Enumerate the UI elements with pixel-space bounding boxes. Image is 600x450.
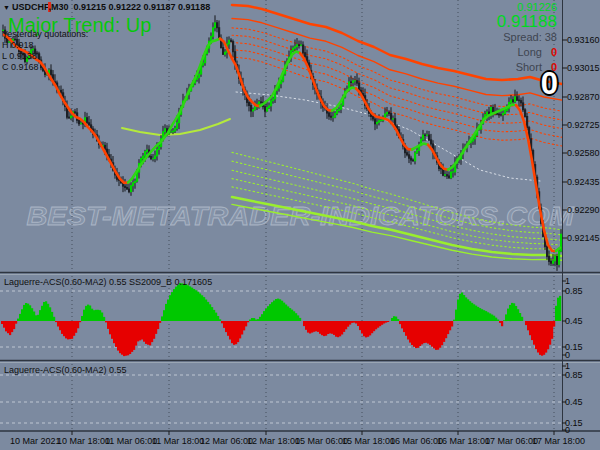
- indicator1-scale-label: 0: [565, 350, 570, 360]
- time-label: 11 Mar 06:00: [105, 436, 157, 446]
- indicator1-scale-label: 0.85: [565, 286, 583, 296]
- price-label: 0.92145: [567, 233, 600, 243]
- long-label: Long: [517, 46, 541, 58]
- trade-counter-zero: 0: [541, 66, 558, 102]
- price-label: 0.92725: [567, 120, 600, 130]
- indicator2-scale-label: 0.45: [565, 397, 583, 407]
- price-label: 0.92435: [567, 177, 600, 187]
- price-label: 0.92290: [567, 205, 600, 215]
- yesterday-quotations: Yesterday quotations: H 0.918 L 0.9138 C…: [2, 29, 88, 73]
- time-label: 10 Mar 18:00: [57, 436, 110, 446]
- time-label: 16 Mar 18:00: [437, 436, 490, 446]
- time-label: 16 Mar 06:00: [390, 436, 443, 446]
- main-chart-canvas[interactable]: [0, 0, 600, 450]
- time-label: 17 Mar 18:00: [532, 436, 585, 446]
- yesterday-close: C 0.9168: [2, 62, 88, 73]
- price-label: 0.92870: [567, 92, 600, 102]
- symbol-bar: ▼USDCHF,M30 0.91215 0.91222 0.91187 0.91…: [3, 2, 210, 12]
- price-label: 0.93160: [567, 35, 600, 45]
- symbol-name: USDCHF: [12, 2, 49, 12]
- price-axis[interactable]: 0.931600.930150.928700.927250.925800.924…: [562, 0, 600, 432]
- quote-price-large: 0.91188: [497, 12, 557, 32]
- spread-label: Spread: 38: [503, 31, 557, 43]
- timeframe-label: M30: [51, 2, 69, 12]
- time-label: 12 Mar 06:00: [200, 436, 253, 446]
- time-label: 15 Mar 18:00: [342, 436, 395, 446]
- price-label: 0.92580: [567, 148, 600, 158]
- indicator1-label: Laguerre-ACS(0.60-MA2) 0.55 SS2009_B 0.1…: [4, 277, 212, 287]
- mt4-chart-window: { "header": { "dropdown_icon": "▼", "sym…: [0, 0, 600, 450]
- price-label: 0.93015: [567, 63, 600, 73]
- chart-dropdown-icon[interactable]: ▼: [3, 4, 10, 11]
- time-axis[interactable]: 10 Mar 202110 Mar 18:0011 Mar 06:0011 Ma…: [0, 432, 600, 450]
- time-label: 10 Mar 2021: [10, 436, 61, 446]
- ohlc-values: 0.91215 0.91222 0.91187 0.91188: [74, 2, 211, 12]
- short-label: Short: [516, 61, 542, 73]
- time-label: 17 Mar 06:00: [485, 436, 538, 446]
- time-label: 12 Mar 18:00: [247, 436, 300, 446]
- yesterday-low: L 0.9138: [2, 51, 88, 62]
- time-label: 15 Mar 06:00: [295, 436, 348, 446]
- long-row: Long 0: [517, 46, 557, 58]
- yesterday-title: Yesterday quotations:: [2, 29, 88, 40]
- indicator2-scale-label: 0.85: [565, 370, 583, 380]
- time-label: 11 Mar 18:00: [152, 436, 204, 446]
- indicator2-label: Laguerre-ACS(0.60-MA2) 0.55: [4, 365, 127, 375]
- indicator1-scale-label: 1: [565, 276, 570, 286]
- long-value: 0: [545, 46, 557, 58]
- indicator1-scale-label: 0.45: [565, 316, 583, 326]
- yesterday-high: H 0.918: [2, 40, 88, 51]
